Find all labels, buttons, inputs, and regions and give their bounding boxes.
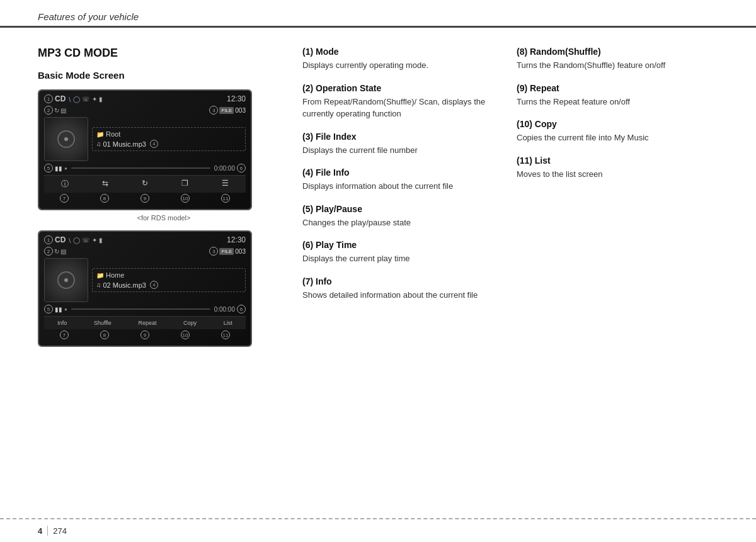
screen1-num-row: 7 8 9 10 11 [44, 193, 246, 204]
circle-11: 11 [221, 194, 230, 203]
circle-7: 7 [60, 194, 69, 203]
screen1-top-left: 1 CD ∖ ◯ ☏ ✦ ▮ [44, 94, 103, 103]
folder-icon-2: 📁 [96, 272, 104, 279]
rds-note: <for RDS model> [38, 214, 290, 222]
settings-icon: ◯ [73, 96, 80, 103]
s2-battery-icon: ▮ [99, 237, 103, 244]
screen2-time: 12:30 [227, 235, 246, 244]
s2-repeat-icon: ↻ [54, 248, 59, 255]
desc-title-6: (6) Play Time [302, 240, 504, 250]
screen2-btn-info[interactable]: Info [57, 320, 67, 326]
circle-8: 8 [100, 194, 109, 203]
screen1-btn-info[interactable]: ⓘ [61, 179, 69, 189]
desc-item-8: (8) Random(Shuffle) Turns the Random(Shu… [517, 47, 718, 72]
circle-10: 10 [181, 194, 190, 203]
s2-album-art-ring [57, 271, 75, 289]
screen1-body: 📁 Root ♫ 01 Music.mp3 4 [44, 117, 246, 161]
screen2-btn-shuffle[interactable]: Shuffle [94, 320, 112, 326]
pause-icon-2: ▮▮ [55, 306, 62, 313]
desc-item-7: (7) Info Shows detailed information abou… [302, 276, 504, 302]
screen2-folder-name: Home [106, 271, 124, 279]
screen2-cd-label: CD [55, 235, 66, 244]
s2-settings-icon: ◯ [73, 237, 80, 244]
battery-icon: ▮ [99, 96, 103, 103]
s2-btn-copy-label: Copy [183, 320, 197, 326]
circle-3: 3 [209, 106, 218, 115]
screen1-inner: 1 CD ∖ ◯ ☏ ✦ ▮ 12:30 [39, 91, 251, 209]
footer-page: 274 [53, 526, 67, 536]
screen1-wrapper: 1 CD ∖ ◯ ☏ ✦ ▮ 12:30 [38, 89, 290, 222]
dot-indicator: ● [64, 166, 67, 171]
screen1-btn-list[interactable]: ☰ [222, 179, 229, 189]
page-header: Features of your vehicle [0, 0, 756, 28]
music-icon-2: ♫ [96, 281, 101, 288]
circle-4: 4 [150, 140, 158, 148]
desc-text-9: Turns the Repeat feature on/off [517, 96, 718, 108]
screen2-btn-copy[interactable]: Copy [183, 320, 197, 326]
shuffle-btn-icon: ⇆ [102, 179, 108, 188]
desc-text-8: Turns the Random(Shuffle) feature on/off [517, 59, 718, 72]
screen2-progress: 5 ▮▮ ● 0:00:00 6 [44, 305, 246, 313]
screen2-top-left: 1 CD ∖ ◯ ☏ ✦ ▮ [44, 235, 103, 244]
desc-text-4: Displays information about the current f… [302, 180, 504, 193]
shuffle-indicator: ▤ [60, 107, 66, 114]
desc-item-1: (1) Mode Displays currently operating mo… [302, 47, 504, 72]
screen1-top-bar: 1 CD ∖ ◯ ☏ ✦ ▮ 12:30 [44, 94, 246, 103]
s2-dot-indicator: ● [64, 307, 67, 312]
desc-item-10: (10) Copy Copies the current file into M… [517, 119, 718, 144]
car-screen-1: 1 CD ∖ ◯ ☏ ✦ ▮ 12:30 [38, 89, 252, 210]
album-art-ring [57, 130, 75, 148]
list-btn-icon: ☰ [222, 179, 229, 188]
main-content: MP3 CD MODE Basic Mode Screen 1 CD ∖ ◯ ☏ [0, 28, 756, 368]
pause-icon-1: ▮▮ [55, 165, 62, 172]
subsection-title: Basic Mode Screen [38, 70, 290, 81]
screen1-buttons-area: ⓘ ⇆ ↻ ❒ ☰ [44, 175, 246, 193]
screen1-state-icons: 2 ↻ ▤ [44, 106, 66, 115]
screen2-file-index: 3 FILE 003 [209, 247, 246, 256]
s2-btn-list-label: List [224, 320, 232, 326]
s2-circle-8: 8 [100, 330, 109, 339]
screen2-wrapper: 1 CD ∖ ◯ ☏ ✦ ▮ 12:30 [38, 230, 290, 347]
desc-title-4: (4) File Info [302, 167, 504, 178]
desc-item-11: (11) List Moves to the list screen [517, 155, 718, 181]
screen1-time: 12:30 [227, 94, 246, 103]
screen2-btn-list[interactable]: List [224, 320, 232, 326]
album-art-dot [64, 137, 68, 141]
folder-icon-1: 📁 [96, 131, 104, 138]
screen1-file-index: 3 FILE 003 [209, 106, 246, 115]
s2-circle-2: 2 [44, 247, 53, 256]
s2-btn-repeat-label: Repeat [138, 320, 156, 326]
file-label-2: FILE [219, 248, 234, 255]
circle-6: 6 [237, 164, 246, 172]
screen1-btn-repeat[interactable]: ↻ [142, 179, 148, 189]
screen1-folder: 📁 Root [96, 130, 241, 138]
desc-text-6: Displays the current play time [302, 252, 504, 265]
header-title: Features of your vehicle [38, 11, 139, 22]
desc-col-2: (8) Random(Shuffle) Turns the Random(Shu… [517, 47, 718, 356]
screen2-icons: ∖ ◯ ☏ ✦ ▮ [67, 237, 103, 244]
phone-icon: ☏ [82, 96, 90, 103]
screen1-btn-shuffle[interactable]: ⇆ [102, 179, 108, 189]
s2-circle-5: 5 [44, 305, 53, 313]
car-screen-2: 1 CD ∖ ◯ ☏ ✦ ▮ 12:30 [38, 230, 252, 347]
screen1-cd-label: CD [55, 94, 66, 103]
s2-circle-11: 11 [221, 330, 230, 339]
s2-bluetooth-icon: ∖ [67, 237, 71, 244]
screen1-btn-copy[interactable]: ❒ [181, 179, 188, 189]
screen2-inner: 1 CD ∖ ◯ ☏ ✦ ▮ 12:30 [39, 232, 251, 346]
screen2-mid-bar: 2 ↻ ▤ 3 FILE 003 [44, 247, 246, 256]
file-num-2: 003 [235, 248, 246, 255]
screen2-track-info: 📁 Home ♫ 02 Music.mp3 4 [92, 268, 246, 292]
footer-number: 4 [38, 526, 42, 536]
s2-shuffle-indicator: ▤ [60, 248, 66, 255]
desc-title-7: (7) Info [302, 276, 504, 286]
desc-col-1: (1) Mode Displays currently operating mo… [302, 47, 517, 356]
file-num-1: 003 [235, 107, 246, 114]
s2-usb-icon: ✦ [92, 237, 97, 244]
screen1-track: ♫ 01 Music.mp3 4 [96, 140, 241, 148]
screen2-btn-repeat[interactable]: Repeat [138, 320, 156, 326]
s2-circle-6: 6 [237, 305, 246, 313]
screen2-play-indicator: 5 ▮▮ ● [44, 305, 67, 313]
footer: 4 274 [0, 518, 756, 542]
s2-circle-1: 1 [44, 235, 53, 244]
